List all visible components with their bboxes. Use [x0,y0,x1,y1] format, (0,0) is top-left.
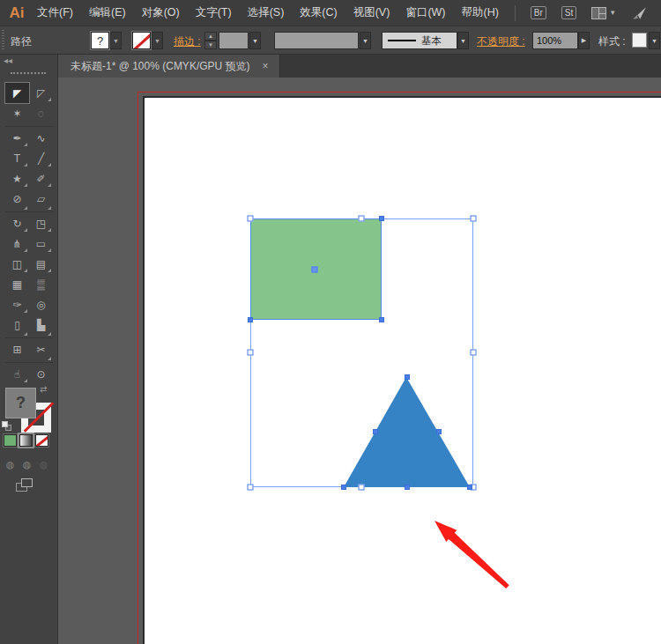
stroke-style-dropdown[interactable]: ▼ [457,32,469,49]
stroke-weight-field[interactable] [219,32,249,49]
close-tab-icon[interactable]: × [261,60,271,72]
draw-inside-icon[interactable]: ◍ [37,458,50,471]
anchor-point[interactable] [467,485,472,490]
tool-glyph-icon: ▙ [37,320,45,330]
scale-tool[interactable]: ◳ [29,213,53,233]
anchor-point[interactable] [379,216,384,221]
stroke-dropdown-button[interactable]: ▼ [152,32,163,49]
tool-glyph-icon: ★ [12,174,22,184]
stepper-down-icon[interactable]: ▼ [204,41,217,49]
selection-handle[interactable] [248,485,254,491]
workspace-switcher-icon[interactable]: ▼ [591,7,616,19]
menu-edit[interactable]: 编辑(E) [85,3,130,23]
shape-builder-tool[interactable]: ◫ [5,254,29,274]
eyedropper-tool[interactable]: ✑ [5,294,29,315]
menu-object[interactable]: 对象(O) [138,3,183,23]
stroke-weight-label[interactable]: 描边 : [174,34,201,49]
symbol-sprayer-tool[interactable]: ▯ [5,315,29,338]
fill-dropdown-button[interactable]: ▼ [110,32,122,49]
default-fill-stroke-icon[interactable] [2,421,11,431]
selection-handle[interactable] [248,350,254,356]
menu-effect[interactable]: 效果(C) [296,3,340,23]
stroke-color-control[interactable]: ▼ [132,32,163,49]
gradient-tool[interactable]: ▒ [29,274,53,294]
shaper-tool[interactable]: ⊘ [5,189,29,212]
perspective-grid-tool[interactable]: ▤ [29,254,53,274]
draw-behind-icon[interactable]: ◍ [20,458,33,471]
menu-window[interactable]: 窗口(W) [402,3,449,23]
fill-color-control[interactable]: ? ▼ [91,32,122,49]
document-tab[interactable]: 未标题-1* @ 100% (CMYK/GPU 预览) × [58,55,280,78]
rectangle-center-point[interactable] [312,267,318,273]
pen-tool[interactable]: ✒ [5,128,29,148]
draw-normal-icon[interactable]: ◍ [4,458,17,471]
star-shape-tool[interactable]: ★ [5,168,29,189]
gpu-performance-rocket-icon[interactable] [631,6,647,20]
anchor-point[interactable] [248,317,253,322]
none-slash-icon [133,33,151,49]
paintbrush-tool[interactable]: ✐ [29,168,53,189]
swap-fill-stroke-icon[interactable]: ⇄ [40,384,47,394]
free-transform-tool[interactable]: ▭ [29,233,53,254]
color-button[interactable] [4,434,17,447]
style-dropdown[interactable]: ▼ [649,32,660,49]
anchor-point[interactable] [341,485,346,490]
bridge-button[interactable]: Br [531,6,546,19]
eraser-tool[interactable]: ▱ [29,189,53,212]
menu-help[interactable]: 帮助(H) [458,3,502,23]
blue-triangle-shape[interactable] [344,377,470,487]
stroke-weight-stepper[interactable]: ▲ ▼ [204,32,217,49]
mesh-tool[interactable]: ▦ [5,274,29,294]
stepper-up-icon[interactable]: ▲ [204,32,217,41]
selection-handle[interactable] [471,350,477,356]
lasso-tool[interactable]: ◌ [29,103,53,127]
menu-file[interactable]: 文件(F) [33,3,77,23]
illustrator-window: Ai 文件(F)编辑(E)对象(O)文字(T)选择(S)效果(C)视图(V)窗口… [0,0,661,644]
none-button[interactable] [35,434,48,447]
opacity-label[interactable]: 不透明度 : [477,34,525,49]
stroke-swatch-none[interactable] [132,32,151,49]
opacity-dropdown[interactable]: ▶ [578,32,590,49]
rotate-tool[interactable]: ↻ [5,213,29,233]
hand-tool[interactable]: ☝ [5,364,29,384]
curvature-tool[interactable]: ∿ [29,128,53,148]
stock-button[interactable]: St [561,6,576,19]
line-segment-tool[interactable]: ╱ [29,148,53,168]
graphic-style-swatch[interactable] [632,33,647,48]
stroke-style-control[interactable]: 基本 [382,32,457,49]
gradient-button[interactable] [19,434,33,447]
menu-type[interactable]: 文字(T) [192,3,235,23]
fill-indicator-unknown[interactable]: ? [5,388,36,418]
selection-handle[interactable] [359,216,365,222]
anchor-point[interactable] [373,429,378,434]
collapse-panel-icon[interactable]: ◂◂ [4,56,12,65]
direct-selection-tool[interactable]: ◸ [29,83,53,103]
stroke-weight-dropdown[interactable]: ▼ [249,32,261,49]
zoom-tool[interactable]: ⊙ [29,364,53,384]
opacity-field[interactable]: 100% [532,32,578,49]
change-screen-mode-icon[interactable] [16,478,35,493]
selection-handle[interactable] [471,216,477,222]
width-profile-field[interactable] [274,32,359,49]
panel-drag-grip[interactable] [11,72,46,74]
selection-handle[interactable] [359,485,365,491]
magic-wand-tool[interactable]: ✶ [5,103,29,127]
width-tool[interactable]: ⋔ [5,233,29,254]
slice-tool[interactable]: ✂ [29,339,53,363]
anchor-point[interactable] [436,429,442,434]
anchor-point[interactable] [405,485,410,490]
menu-view[interactable]: 视图(V) [350,3,394,23]
anchor-point[interactable] [379,317,384,322]
column-graph-tool[interactable]: ▙ [29,315,53,338]
canvas-area[interactable] [58,78,661,644]
blend-tool[interactable]: ◎ [29,294,53,315]
type-tool[interactable]: T [5,148,29,168]
panel-grip[interactable] [2,30,4,50]
menu-select[interactable]: 选择(S) [244,3,288,23]
width-profile-dropdown[interactable]: ▼ [360,32,371,49]
anchor-point[interactable] [405,374,410,380]
artboard-tool[interactable]: ⊞ [5,339,29,363]
selection-tool[interactable]: ◤ [5,83,29,103]
fill-swatch[interactable]: ? [91,32,109,49]
selection-handle[interactable] [248,216,254,222]
